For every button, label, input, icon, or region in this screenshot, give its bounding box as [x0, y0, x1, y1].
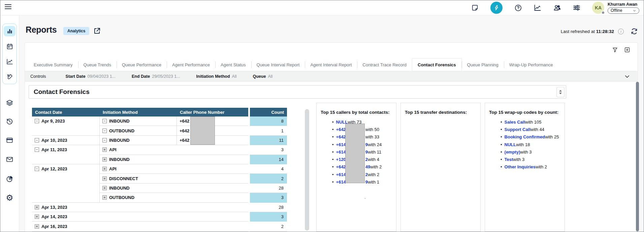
expand-toggle-icon[interactable]: + — [35, 205, 39, 209]
line-chart-icon[interactable] — [4, 56, 15, 67]
filter-end-date[interactable]: End Date29/05/2023 1... — [132, 74, 180, 79]
tab-queue-interval-report[interactable]: Queue Interval Report — [251, 58, 305, 71]
expand-toggle-icon[interactable]: + — [102, 167, 107, 171]
expand-toggle-icon[interactable]: + — [102, 186, 107, 190]
expand-toggle-icon[interactable]: − — [102, 129, 107, 133]
calendar-icon[interactable] — [4, 41, 15, 52]
filter-initiation-method[interactable]: Initiation MethodAll — [196, 74, 237, 79]
sliders-icon[interactable] — [573, 4, 581, 12]
wrapup-code-link[interactable]: Booking Confirmed — [505, 134, 545, 139]
method-label: INBOUND — [109, 157, 130, 162]
bar-chart-icon[interactable] — [4, 26, 15, 36]
filter-name: Initiation Method — [196, 74, 230, 79]
caller-link[interactable]: +614 — [336, 179, 346, 185]
note-icon[interactable] — [471, 4, 479, 12]
caller-link[interactable]: +642 — [336, 164, 346, 169]
external-link-icon[interactable] — [93, 27, 101, 35]
caller-link[interactable]: 9 — [365, 179, 368, 185]
wrapup-code-link[interactable]: Other Inquiries — [505, 164, 536, 169]
bolt-icon[interactable] — [490, 2, 503, 14]
expand-toggle-icon[interactable]: − — [102, 119, 107, 123]
download-icon[interactable] — [624, 47, 630, 53]
expand-toggle-icon[interactable]: − — [35, 119, 39, 123]
pie-chart-icon[interactable] — [3, 173, 16, 185]
tab-queue-performance[interactable]: Queue Performance — [117, 58, 167, 71]
expand-toggle-icon[interactable]: + — [102, 147, 107, 152]
bullet-icon: • — [501, 120, 502, 125]
caller-link[interactable]: +614 — [336, 150, 346, 155]
window-icon[interactable] — [3, 134, 16, 146]
step-down-icon[interactable] — [559, 93, 562, 94]
column-header-caller-phone-number[interactable]: Caller Phone Number — [177, 108, 248, 117]
tab-agent-performance[interactable]: Agent Performance — [167, 58, 215, 71]
caller-link[interactable]: 2 — [365, 172, 368, 177]
wrapup-code-link[interactable]: NULL — [505, 142, 516, 147]
caller-link[interactable]: +120 — [336, 157, 346, 162]
status-dropdown[interactable]: Offline — [608, 7, 639, 14]
filter-queue[interactable]: QueueAll — [253, 74, 272, 79]
tab-agent-status[interactable]: Agent Status — [215, 58, 251, 71]
table-scrollbar[interactable] — [305, 109, 309, 231]
caller-link[interactable]: +642 — [336, 134, 346, 139]
caller-link[interactable]: 2 — [365, 157, 368, 162]
caller-link[interactable]: +614 — [336, 142, 346, 147]
caller-link[interactable]: 9 — [365, 142, 368, 147]
caller-link[interactable]: 9 — [365, 150, 368, 155]
caller-link[interactable]: +642 — [336, 127, 346, 132]
gear-icon[interactable]: ⚙ — [3, 192, 16, 203]
count-cell: 3 — [250, 212, 287, 222]
wrapup-code-link[interactable]: Sales Call — [505, 120, 525, 125]
brush-icon[interactable] — [4, 71, 15, 82]
expand-toggle-icon[interactable]: + — [102, 176, 107, 181]
stepper-control[interactable] — [556, 87, 565, 97]
users-icon[interactable] — [553, 4, 561, 12]
expand-toggle-icon[interactable]: + — [35, 214, 39, 219]
info-icon[interactable]: i — [618, 29, 624, 34]
tab-agent-interval-report[interactable]: Agent Interval Report — [305, 58, 357, 71]
tab-executive-summary[interactable]: Executive Summary — [28, 58, 78, 71]
filter-icon[interactable] — [612, 47, 618, 53]
method-label: INBOUND — [109, 138, 130, 143]
expand-toggle-icon[interactable]: − — [35, 147, 39, 152]
bullet-icon: • — [501, 164, 502, 169]
wrapup-code-link[interactable]: Test — [505, 157, 513, 162]
column-header-initiation-method[interactable]: Initiation Method — [100, 108, 177, 117]
tab-queue-trends[interactable]: Queue Trends — [78, 58, 117, 71]
metrics-icon[interactable] — [534, 4, 542, 12]
expand-toggle-icon[interactable]: + — [35, 224, 39, 229]
layers-icon[interactable] — [3, 97, 16, 108]
expand-toggle-icon[interactable]: + — [102, 157, 107, 162]
tab-contract-trace-record[interactable]: Contract Trace Record — [357, 58, 412, 71]
menu-icon[interactable] — [5, 4, 11, 10]
expand-toggle-icon[interactable]: − — [35, 138, 39, 142]
date-label: Apr 13, 2023 — [41, 205, 67, 210]
wrapup-code-link[interactable]: (empty) — [505, 150, 520, 155]
page-scrollbar[interactable] — [636, 82, 639, 231]
item-count-text: with 2 — [536, 164, 547, 169]
tab-contact-forensics[interactable]: Contact Forensics — [412, 58, 461, 71]
expand-toggle-icon[interactable]: + — [102, 195, 107, 200]
column-header-count[interactable]: Count — [250, 108, 287, 117]
filter-start-date[interactable]: Start Date09/04/2023 1... — [66, 74, 116, 79]
refresh-icon[interactable] — [631, 28, 638, 35]
filter-value: 09/04/2023 1... — [88, 74, 116, 79]
count-cell: 14 — [250, 155, 287, 164]
wrapup-code-link[interactable]: Support Call — [505, 127, 530, 132]
help-icon[interactable] — [514, 4, 522, 12]
method-cell: −INBOUND — [100, 117, 177, 126]
column-header-contact-date[interactable]: Contact Date — [32, 108, 100, 117]
avatar[interactable]: KA — [592, 2, 604, 14]
expand-toggle-icon[interactable]: − — [35, 167, 39, 171]
mail-icon[interactable] — [3, 154, 16, 165]
chevron-down-icon[interactable] — [624, 73, 630, 79]
panel-title: Top 15 wrap-up codes by count: — [485, 103, 565, 115]
table-header-row: Contact DateInitiation MethodCaller Phon… — [32, 108, 287, 117]
step-up-icon[interactable] — [559, 90, 562, 92]
date-cell: −Apr 12, 2023 — [32, 164, 100, 174]
caller-link[interactable]: 49 — [365, 164, 370, 169]
tab-wrap-up-performance[interactable]: Wrap-Up Performance — [504, 58, 558, 71]
tab-queue-planning[interactable]: Queue Planning — [462, 58, 504, 71]
history-icon[interactable] — [3, 115, 16, 127]
expand-toggle-icon[interactable]: − — [102, 138, 107, 142]
caller-link[interactable]: +614 — [336, 172, 346, 177]
